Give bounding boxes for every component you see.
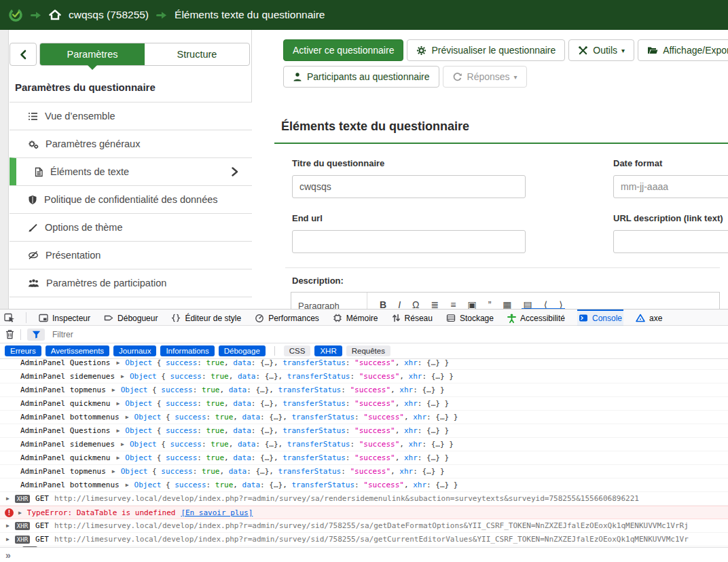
- gear-icon: [416, 45, 426, 56]
- survey-title-input[interactable]: [292, 175, 526, 198]
- expand-arrow-icon[interactable]: ▶: [116, 455, 120, 461]
- paragraph-format-select[interactable]: Paragraph: [291, 293, 367, 309]
- end-url-input[interactable]: [292, 230, 526, 253]
- expand-arrow-icon[interactable]: ▶: [18, 510, 22, 516]
- preview-token: {…}: [435, 481, 449, 489]
- filter-pill-informations[interactable]: Informations: [160, 345, 214, 356]
- filter-pill-requetes[interactable]: Requêtes: [346, 345, 390, 356]
- grid-icon[interactable]: ▤: [524, 299, 532, 309]
- sidebar-item-text-elements[interactable]: Éléments de texte: [10, 157, 252, 185]
- devtools-tab-stockage[interactable]: Stockage: [445, 310, 495, 326]
- xhr-url[interactable]: http://limesurvey.local/develop/index.ph…: [54, 535, 689, 544]
- filter-pill-erreurs[interactable]: Erreurs: [5, 345, 41, 356]
- object-preview[interactable]: Object { success: true, data: {…}, trans…: [121, 386, 445, 394]
- pick-element-icon[interactable]: [4, 313, 15, 322]
- expand-arrow-icon[interactable]: ▶: [6, 523, 10, 529]
- devtools-tab-editeur-de-style[interactable]: Éditeur de style: [170, 310, 242, 326]
- devtools-tab-debogueur[interactable]: Débogueur: [103, 310, 159, 326]
- console-filter-input[interactable]: [51, 329, 723, 340]
- bullet-list-icon[interactable]: ≣: [431, 299, 439, 309]
- filter-toggle-button[interactable]: [27, 329, 45, 341]
- clear-console-button[interactable]: [5, 329, 14, 339]
- filter-pill-journaux[interactable]: Journaux: [113, 345, 156, 356]
- object-preview[interactable]: Object { success: true, data: {…}, trans…: [130, 440, 454, 449]
- devtools-tab-reseau[interactable]: Réseau: [390, 310, 434, 326]
- sidebar-item-general-settings[interactable]: Paramètres généraux: [10, 130, 252, 157]
- expand-arrow-icon[interactable]: ▶: [121, 373, 124, 379]
- preview-token: :: [260, 481, 269, 489]
- display-export-button[interactable]: Affichage/Exportation: [638, 39, 728, 61]
- expand-arrow-icon[interactable]: ▶: [126, 482, 129, 488]
- object-preview[interactable]: Object { success: true, data: {…}, trans…: [125, 360, 449, 367]
- sidebar-item-theme-options[interactable]: Options de thème: [10, 213, 252, 241]
- section-divider: [285, 267, 720, 268]
- date-format-input[interactable]: [613, 175, 728, 198]
- limesurvey-logo-icon[interactable]: [8, 7, 23, 22]
- filter-pill-debogage[interactable]: Débogage: [219, 345, 266, 356]
- object-preview[interactable]: Object { success: true, data: {…}, trans…: [125, 453, 449, 462]
- devtools-tab-memoire[interactable]: Mémoire: [331, 310, 380, 326]
- filter-pill-xhr[interactable]: XHR: [314, 345, 342, 356]
- tools-button[interactable]: Outils ▾: [568, 39, 634, 61]
- activate-survey-button[interactable]: Activer ce questionnaire: [283, 39, 403, 61]
- filter-pill-avertissements[interactable]: Avertissements: [46, 345, 109, 356]
- learn-more-link[interactable]: [En savoir plus]: [181, 508, 253, 517]
- object-preview[interactable]: Object { success: true, data: {…}, trans…: [134, 481, 458, 489]
- expand-arrow-icon[interactable]: ▶: [6, 495, 10, 502]
- sidebar-item-participation-settings[interactable]: Paramètres de participation: [10, 269, 252, 297]
- log-label: AdminPanel topmenus: [20, 386, 106, 394]
- sidebar-item-privacy-policy[interactable]: Politique de confidentialité des données: [10, 185, 252, 213]
- url-description-input[interactable]: [613, 230, 728, 253]
- home-icon[interactable]: [49, 10, 61, 20]
- expand-arrow-icon[interactable]: ▶: [121, 441, 124, 447]
- object-preview[interactable]: Object { success: true, data: {…}, trans…: [125, 426, 449, 435]
- preview-token: "success": [354, 453, 395, 462]
- preview-survey-button[interactable]: Prévisualiser le questionnaire: [407, 39, 565, 61]
- breadcrumb-survey[interactable]: cwqsqs (758255): [69, 9, 149, 21]
- devtools-tab-axe[interactable]: axe: [634, 310, 663, 326]
- survey-participants-button[interactable]: Participants au questionnaire: [283, 66, 439, 88]
- console-input-line[interactable]: »: [0, 547, 728, 562]
- log-label: AdminPanel topmenus: [20, 467, 106, 476]
- special-char-icon[interactable]: Ω: [412, 299, 419, 309]
- preview-token: ,: [395, 399, 404, 408]
- xhr-url[interactable]: http://limesurvey.local/develop/index.ph…: [54, 521, 689, 530]
- tab-parametres[interactable]: Paramètres: [40, 43, 145, 65]
- object-preview[interactable]: Object { success: true, data: {…}, trans…: [121, 467, 445, 476]
- expand-arrow-icon[interactable]: ▶: [116, 360, 120, 366]
- expand-arrow-icon[interactable]: ▶: [6, 536, 10, 542]
- bold-icon[interactable]: B: [380, 299, 386, 309]
- italic-icon[interactable]: I: [398, 299, 401, 309]
- object-preview[interactable]: Object { success: true, data: {…}, trans…: [125, 399, 449, 408]
- devtools-tab-inspecteur[interactable]: Inspecteur: [37, 310, 92, 326]
- sidebar-item-presentation[interactable]: Présentation: [10, 241, 252, 269]
- devtools-tab-accessibilite[interactable]: Accessibilité: [506, 310, 566, 326]
- devtools-tab-console[interactable]: Console: [577, 310, 623, 326]
- preview-token: {…}: [265, 440, 278, 449]
- expand-arrow-icon[interactable]: ▶: [116, 428, 120, 434]
- expand-arrow-icon[interactable]: ▶: [112, 387, 115, 393]
- toolbar-separator: [20, 329, 21, 340]
- filter-pill-css[interactable]: CSS: [284, 345, 311, 356]
- numbered-list-icon[interactable]: ≡: [450, 299, 456, 309]
- table-icon[interactable]: ▦: [503, 299, 511, 309]
- image-icon[interactable]: ▣: [467, 299, 476, 309]
- expand-arrow-icon[interactable]: ▶: [116, 400, 120, 407]
- sidebar-item-overview[interactable]: Vue d’ensemble: [10, 102, 252, 130]
- expand-arrow-icon[interactable]: ▶: [112, 468, 115, 474]
- object-preview[interactable]: Object { success: true, data: {…}, trans…: [130, 372, 454, 381]
- angle-open-icon[interactable]: ⟨: [544, 299, 547, 309]
- expand-arrow-icon[interactable]: ▶: [126, 414, 129, 420]
- devtools-tab-performances[interactable]: Performances: [253, 310, 321, 326]
- xhr-url[interactable]: http://limesurvey.local/develop/index.ph…: [54, 494, 639, 503]
- angle-close-icon[interactable]: ⟩: [559, 299, 562, 309]
- object-preview[interactable]: Object { success: true, data: {…}, trans…: [134, 413, 458, 422]
- responses-icon: [452, 72, 462, 82]
- preview-token: Object: [130, 372, 157, 381]
- preview-token: :: [426, 413, 435, 422]
- preview-token: success: [170, 440, 202, 449]
- collapse-sidebar-button[interactable]: [10, 43, 37, 66]
- blockquote-icon[interactable]: ”: [488, 299, 492, 309]
- preview-token: {…}: [260, 360, 274, 367]
- tab-structure[interactable]: Structure: [145, 43, 249, 65]
